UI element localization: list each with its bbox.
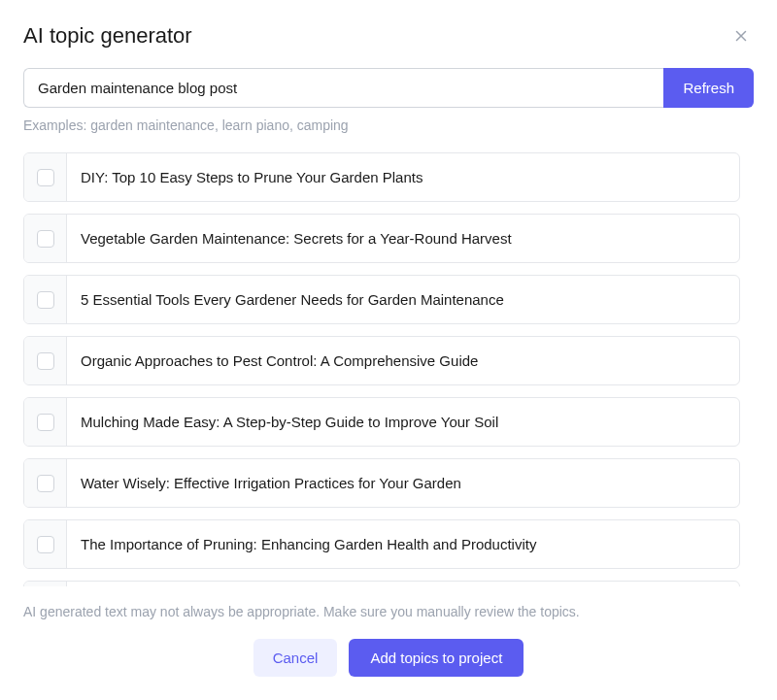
- modal-footer: Cancel Add topics to project: [23, 639, 754, 677]
- topic-input[interactable]: [23, 68, 663, 108]
- checkbox-cell: [24, 153, 67, 201]
- topic-label: Simple Tips to Maintain Your Garden Thro…: [67, 582, 739, 586]
- topic-label: Organic Approaches to Pest Control: A Co…: [67, 337, 739, 384]
- topic-row: The Importance of Pruning: Enhancing Gar…: [23, 519, 740, 569]
- modal-title: AI topic generator: [23, 23, 192, 49]
- add-topics-button[interactable]: Add topics to project: [349, 639, 524, 677]
- topics-list-wrap: DIY: Top 10 Easy Steps to Prune Your Gar…: [23, 152, 754, 586]
- ai-topic-generator-modal: AI topic generator Refresh Examples: gar…: [0, 0, 777, 700]
- checkbox-cell: [24, 215, 67, 262]
- topic-checkbox[interactable]: [37, 475, 54, 492]
- checkbox-cell: [24, 459, 67, 507]
- close-icon: [732, 27, 750, 45]
- topic-checkbox[interactable]: [37, 230, 54, 248]
- topic-label: 5 Essential Tools Every Gardener Needs f…: [67, 276, 739, 323]
- topic-row: Water Wisely: Effective Irrigation Pract…: [23, 458, 740, 508]
- topic-row: Vegetable Garden Maintenance: Secrets fo…: [23, 214, 740, 263]
- cancel-button[interactable]: Cancel: [253, 639, 338, 677]
- topic-checkbox[interactable]: [37, 291, 54, 309]
- checkbox-cell: [24, 398, 67, 446]
- topic-checkbox[interactable]: [37, 352, 54, 370]
- topic-label: DIY: Top 10 Easy Steps to Prune Your Gar…: [67, 153, 739, 201]
- topic-label: Water Wisely: Effective Irrigation Pract…: [67, 459, 739, 507]
- checkbox-cell: [24, 520, 67, 568]
- topic-row: 5 Essential Tools Every Gardener Needs f…: [23, 275, 740, 324]
- topic-row: Mulching Made Easy: A Step-by-Step Guide…: [23, 397, 740, 447]
- checkbox-cell: [24, 582, 67, 586]
- checkbox-cell: [24, 276, 67, 323]
- topic-row: DIY: Top 10 Easy Steps to Prune Your Gar…: [23, 152, 740, 202]
- close-button[interactable]: [728, 23, 754, 49]
- checkbox-cell: [24, 337, 67, 384]
- topic-row: Organic Approaches to Pest Control: A Co…: [23, 336, 740, 385]
- topics-list[interactable]: DIY: Top 10 Easy Steps to Prune Your Gar…: [23, 152, 754, 586]
- topic-checkbox[interactable]: [37, 536, 54, 553]
- topic-checkbox[interactable]: [37, 169, 54, 186]
- topic-label: Vegetable Garden Maintenance: Secrets fo…: [67, 215, 739, 262]
- examples-text: Examples: garden maintenance, learn pian…: [23, 117, 754, 133]
- topic-checkbox[interactable]: [37, 414, 54, 431]
- topic-label: The Importance of Pruning: Enhancing Gar…: [67, 520, 739, 568]
- refresh-button[interactable]: Refresh: [663, 68, 754, 108]
- disclaimer-text: AI generated text may not always be appr…: [23, 604, 754, 619]
- modal-header: AI topic generator: [23, 23, 754, 49]
- topic-row: Simple Tips to Maintain Your Garden Thro…: [23, 581, 740, 586]
- topic-input-row: Refresh: [23, 68, 754, 108]
- topic-label: Mulching Made Easy: A Step-by-Step Guide…: [67, 398, 739, 446]
